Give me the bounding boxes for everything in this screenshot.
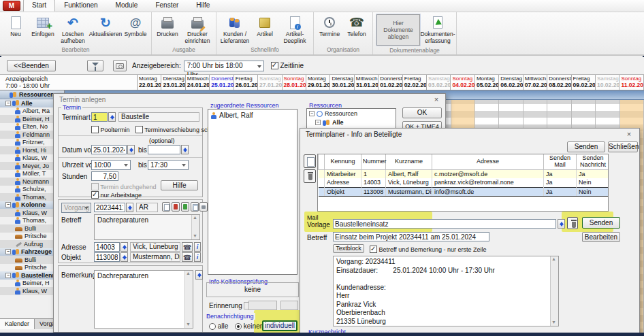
row-selector-cell[interactable] (319, 169, 325, 178)
vorgang-nr-input[interactable] (94, 203, 125, 212)
timeline-day-column[interactable]: Donnersta25.01.202 (210, 75, 234, 90)
preview-button[interactable] (191, 202, 199, 212)
datum-von-spinner[interactable] (127, 145, 135, 154)
timeline-day-column[interactable]: Freitag02.02.202 (403, 75, 427, 90)
adresse-info-button[interactable]: i (194, 242, 201, 252)
dokumente-dropzone[interactable]: Hier Dokumente ablegen (376, 14, 420, 46)
adresse-spinner[interactable] (120, 242, 128, 252)
participant-row[interactable]: Adresse14003Vick, Lüneburgpankraz.vick@r… (319, 178, 609, 187)
arbeitstage-checkbox[interactable]: nur Arbeitstage (91, 191, 142, 199)
close-icon[interactable]: × (624, 130, 634, 139)
timeline-day-column[interactable]: Mittwoch07.02.202 (524, 75, 547, 90)
aktualisieren-button[interactable]: ↻ Aktualisieren (89, 14, 122, 38)
participant-row[interactable]: Mitarbeiter1Albert, Ralfc.motzer@msoft.d… (319, 169, 609, 178)
row-selector-cell[interactable] (319, 187, 325, 196)
hilfe-button[interactable]: Hilfe (161, 180, 198, 190)
collapse-icon[interactable]: − (315, 120, 321, 125)
symbole-button[interactable]: @ Symbole (122, 14, 149, 38)
filter-button[interactable] (87, 60, 103, 71)
datum-bis-input[interactable] (148, 145, 180, 154)
red-book-button[interactable] (172, 202, 180, 212)
add-participant-button[interactable] (304, 154, 316, 168)
tab-hilfe[interactable]: Hilfe (187, 0, 219, 12)
individuell-button[interactable]: individuell (262, 320, 297, 331)
mail-body-textarea[interactable]: Vorgang: 20234411 Einsatzdauer: 25.01.20… (333, 256, 559, 326)
senden-mail-button[interactable]: Senden (582, 217, 620, 229)
betreff-textarea[interactable]: Dachreparaturen (94, 214, 200, 240)
objekt-spinner[interactable] (120, 252, 128, 262)
participant-row[interactable]: Objekt113008Mustermann, Disseninfo@msoft… (319, 187, 609, 196)
tree-node-ressourcen[interactable]: − Ressourcen (307, 109, 396, 118)
timeline-day-column[interactable]: Mittwoch31.01.202 (355, 75, 379, 90)
dokumenten-erfassung-button[interactable]: Dokumenten-erfassung (421, 14, 454, 44)
timeline-day-column[interactable]: Dienstag06.02.202 (499, 75, 523, 90)
ok-button[interactable]: OK (402, 107, 442, 118)
timeline-day-column[interactable]: Samstag27.01.202 (258, 75, 282, 90)
new-doc-mini-button[interactable] (162, 202, 170, 212)
objekt-phone-button[interactable]: ☎ (182, 252, 193, 262)
snapshot-button[interactable] (113, 60, 127, 71)
timeline-day-column[interactable]: Dienstag23.01.202 (161, 75, 185, 90)
collapse-icon[interactable]: − (5, 273, 11, 278)
tab-fenster[interactable]: Fenster (146, 0, 187, 12)
collapse-icon[interactable]: − (309, 111, 315, 116)
timeline-day-column[interactable]: Freitag09.02.202 (572, 75, 596, 90)
adresse-nr-input[interactable] (94, 242, 120, 252)
tab-kalender[interactable]: Kalender (0, 319, 35, 329)
adresse-phone-button[interactable]: ☎ (182, 242, 193, 252)
collapse-icon[interactable]: − (5, 101, 11, 106)
tab-start[interactable]: Start (23, 0, 55, 12)
timeline-day-column[interactable]: Samstag10.02.202 (596, 75, 619, 90)
timeline-day-column[interactable]: Donnersta01.02.202 (379, 75, 402, 90)
neu-button[interactable]: Neu (2, 14, 29, 38)
collapse-icon[interactable]: − (5, 249, 11, 254)
radio-keiner[interactable]: keiner (235, 322, 262, 330)
pooltermin-checkbox[interactable]: Pooltermin (91, 126, 130, 133)
drucken-button[interactable]: Drucken (154, 14, 181, 38)
delete-participant-button[interactable] (304, 169, 316, 183)
zugeordnete-listbox[interactable]: Albert, Ralf (208, 109, 297, 275)
zeitlinie-checkbox[interactable]: Zeitlinie (271, 62, 304, 69)
timeline-day-column[interactable]: Sonntag28.01.202 (283, 75, 306, 90)
timeline-day-column[interactable]: Montag22.01.202 (138, 75, 161, 90)
terminart-spinner[interactable] (108, 112, 116, 122)
kunden-lieferanten-button[interactable]: Kunden / Lieferanten (219, 14, 251, 44)
terminart-input[interactable] (91, 112, 108, 122)
objekt-info-button[interactable]: i (194, 252, 201, 262)
vorlage-delete-button[interactable] (567, 217, 578, 229)
tab-module[interactable]: Module (107, 0, 147, 12)
green-book-button[interactable] (181, 202, 189, 212)
timeline-day-column[interactable]: Mittwoch24.01.202 (186, 75, 210, 90)
anzeigebereich-select[interactable]: 7:00 Uhr bis 18:00 Uhr (184, 61, 264, 71)
print-mini-button[interactable] (199, 202, 208, 212)
tab-funktionen[interactable]: Funktionen (55, 0, 106, 12)
timeline-day-column[interactable]: Montag29.01.202 (306, 75, 330, 90)
objekt-nr-input[interactable] (94, 252, 120, 262)
radio-alle[interactable]: alle (209, 322, 228, 330)
stunden-input[interactable] (91, 171, 118, 181)
textblock-button[interactable]: Textblock (333, 244, 364, 253)
vorlage-input[interactable] (333, 219, 556, 229)
vorlage-spinner[interactable] (558, 219, 565, 229)
row-selector-cell[interactable] (319, 178, 325, 187)
betreff-bemerkung-checkbox[interactable]: Betreff und Bemerkung - nur erste Zeile (370, 246, 486, 253)
timeline-day-column[interactable]: Sonntag04.02.202 (451, 75, 474, 90)
telefon-button[interactable]: ☎ Telefon (343, 14, 370, 38)
schliessen-button[interactable]: Schließen (608, 141, 638, 152)
datum-von-input[interactable] (91, 145, 127, 154)
betreff-input[interactable] (333, 232, 489, 241)
uhrzeit-von-combo[interactable]: 10:00 (91, 160, 131, 170)
timeline-day-column[interactable]: Montag05.02.202 (475, 75, 499, 90)
app-logo-button[interactable]: M (3, 1, 20, 11)
timeline-day-column[interactable]: Donnersta08.02.202 (547, 75, 571, 90)
bemerkung-textarea[interactable]: Dachreparaturen (94, 270, 193, 329)
datum-bis-spinner[interactable] (181, 145, 189, 154)
zugeordnete-item[interactable]: Albert, Ralf (208, 110, 297, 121)
drucker-einrichten-button[interactable]: Drucker einrichten (181, 14, 214, 44)
collapse-icon[interactable]: − (5, 202, 11, 207)
artikel-button[interactable]: Artikel (251, 14, 278, 38)
beenden-button[interactable]: <<Beenden (7, 60, 56, 71)
vorgang-combo[interactable]: Vorgang (61, 203, 91, 213)
close-icon[interactable]: × (432, 95, 441, 104)
bearbeiten-button[interactable]: Bearbeiten (582, 232, 620, 242)
